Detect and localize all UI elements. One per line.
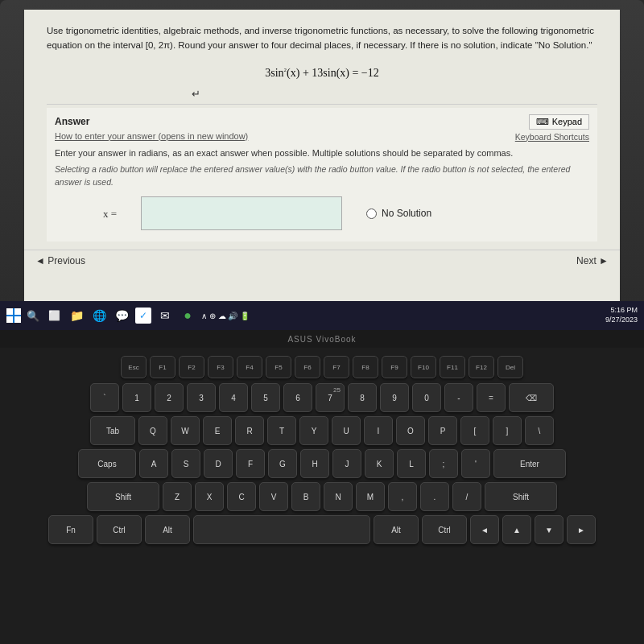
key-tab[interactable]: Tab [90,416,135,445]
keyboard-shortcuts-link[interactable]: Keyboard Shortcuts [515,131,589,144]
key-v[interactable]: V [259,482,288,511]
taskbar-icon-1[interactable]: ⬜ [45,307,63,324]
key-l[interactable]: L [397,449,426,478]
key-3[interactable]: 3 [187,383,216,412]
key-b[interactable]: B [291,482,320,511]
key-m[interactable]: M [356,482,385,511]
key-f[interactable]: F [236,449,265,478]
key-w[interactable]: W [171,416,200,445]
key-9[interactable]: 9 [380,383,409,412]
taskbar-icon-chat[interactable]: 💬 [113,307,130,324]
taskbar-icon-2[interactable]: 📁 [68,307,85,324]
key-e[interactable]: E [203,416,232,445]
key-arrow-up[interactable]: ▲ [502,515,531,544]
key-f7[interactable]: F7 [324,356,349,378]
key-o[interactable]: O [396,416,425,445]
key-f5[interactable]: F5 [266,356,291,378]
key-quote[interactable]: ' [461,449,490,478]
key-backslash[interactable]: \ [525,416,554,445]
asus-brand-bar: ASUS VivoBook [0,330,644,348]
key-n[interactable]: N [324,482,353,511]
key-s[interactable]: S [171,449,200,478]
answer-input-box[interactable] [141,196,342,230]
key-i[interactable]: I [364,416,393,445]
no-solution-radio-circle[interactable] [366,208,377,219]
bottom-row: Fn Ctrl Alt Alt Ctrl ◄ ▲ ▼ ► [6,515,638,544]
key-f12[interactable]: F12 [469,356,494,378]
key-rbracket[interactable]: ] [493,416,522,445]
taskbar-icon-mail[interactable]: ✉ [156,307,174,324]
key-caps[interactable]: Caps [78,449,136,478]
key-arrow-right[interactable]: ► [567,515,596,544]
key-left-ctrl[interactable]: Ctrl [97,515,142,544]
key-h[interactable]: H [300,449,329,478]
keypad-button[interactable]: ⌨ Keypad [529,114,589,130]
key-g[interactable]: G [268,449,297,478]
key-y[interactable]: Y [299,416,328,445]
key-6[interactable]: 6 [283,383,312,412]
key-d[interactable]: D [204,449,233,478]
key-r[interactable]: R [235,416,264,445]
key-c[interactable]: C [227,482,256,511]
key-f2[interactable]: F2 [179,356,204,378]
key-f9[interactable]: F9 [382,356,407,378]
key-f4[interactable]: F4 [237,356,262,378]
next-button[interactable]: Next ► [576,255,609,266]
taskbar-icon-chrome[interactable]: ● [179,307,196,324]
key-j[interactable]: J [332,449,361,478]
key-esc[interactable]: Esc [121,356,147,378]
key-f6[interactable]: F6 [295,356,320,378]
key-f10[interactable]: F10 [411,356,436,378]
key-f8[interactable]: F8 [353,356,378,378]
previous-button[interactable]: ◄ Previous [35,255,85,266]
key-space[interactable] [193,515,370,544]
key-slash[interactable]: / [452,482,481,511]
key-a[interactable]: A [139,449,168,478]
key-4[interactable]: 4 [219,383,248,412]
laptop-screen-bezel: Use trigonometric identities, algebraic … [0,0,644,348]
key-x[interactable]: X [195,482,224,511]
taskbar-icon-edge[interactable]: 🌐 [90,307,108,324]
key-f3[interactable]: F3 [208,356,233,378]
key-k[interactable]: K [365,449,394,478]
key-f11[interactable]: F11 [440,356,465,378]
key-arrow-down[interactable]: ▼ [535,515,564,544]
key-comma[interactable]: , [388,482,417,511]
key-p[interactable]: P [428,416,457,445]
key-right-alt[interactable]: Alt [374,515,419,544]
key-right-ctrl[interactable]: Ctrl [422,515,467,544]
search-icon[interactable]: 🔍 [26,308,40,323]
key-q[interactable]: Q [138,416,167,445]
key-z[interactable]: Z [163,482,192,511]
answer-label: Answer [55,114,248,129]
key-right-shift[interactable]: Shift [485,482,557,511]
key-backtick[interactable]: ` [90,383,119,412]
key-backspace[interactable]: ⌫ [509,383,554,412]
key-5[interactable]: 5 [251,383,280,412]
no-solution-option[interactable]: No Solution [366,206,431,221]
key-left-shift[interactable]: Shift [87,482,159,511]
key-1[interactable]: 1 [122,383,151,412]
key-2[interactable]: 2 [155,383,184,412]
taskbar-icon-todo[interactable]: ✓ [135,308,151,324]
cursor-area: ↵ [47,86,597,101]
key-u[interactable]: U [332,416,361,445]
how-to-link[interactable]: How to enter your answer (opens in new w… [55,131,248,141]
instruction-text-1: Enter your answer in radians, as an exac… [55,147,589,160]
windows-start-button[interactable] [6,308,21,323]
key-minus[interactable]: - [444,383,473,412]
key-lbracket[interactable]: [ [460,416,489,445]
key-fn[interactable]: Fn [48,515,93,544]
key-del[interactable]: Del [497,356,523,378]
key-semicolon[interactable]: ; [429,449,458,478]
key-enter[interactable]: Enter [493,449,566,478]
key-f1[interactable]: F1 [150,356,175,378]
key-equals[interactable]: = [477,383,506,412]
key-7[interactable]: 257 [316,383,345,412]
key-t[interactable]: T [267,416,296,445]
key-arrow-left[interactable]: ◄ [470,515,499,544]
key-8[interactable]: 8 [348,383,377,412]
key-period[interactable]: . [420,482,449,511]
key-left-alt[interactable]: Alt [145,515,190,544]
key-0[interactable]: 0 [412,383,441,412]
